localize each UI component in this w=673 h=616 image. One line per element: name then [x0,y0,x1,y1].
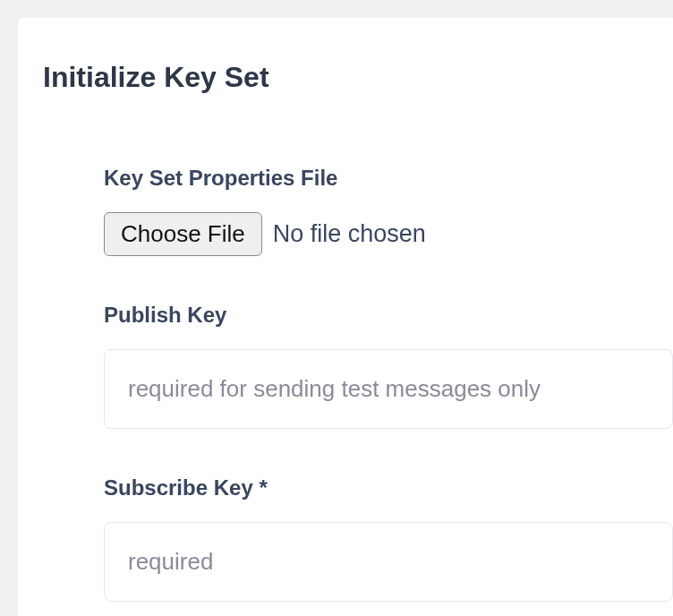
form-section: Key Set Properties File Choose File No f… [18,166,673,616]
publish-key-label: Publish Key [104,303,673,328]
subscribe-key-label: Subscribe Key * [104,475,673,500]
file-field-group: Key Set Properties File Choose File No f… [104,166,673,256]
subscribe-key-input[interactable] [104,522,673,602]
file-status: No file chosen [273,220,426,248]
file-row: Choose File No file chosen [104,212,673,256]
page-title: Initialize Key Set [43,61,673,94]
file-label: Key Set Properties File [104,166,673,191]
choose-file-button[interactable]: Choose File [104,212,262,256]
subscribe-key-group: Subscribe Key * [104,475,673,616]
publish-key-group: Publish Key [104,303,673,475]
form-card: Initialize Key Set Key Set Properties Fi… [18,18,673,616]
publish-key-input[interactable] [104,349,673,429]
